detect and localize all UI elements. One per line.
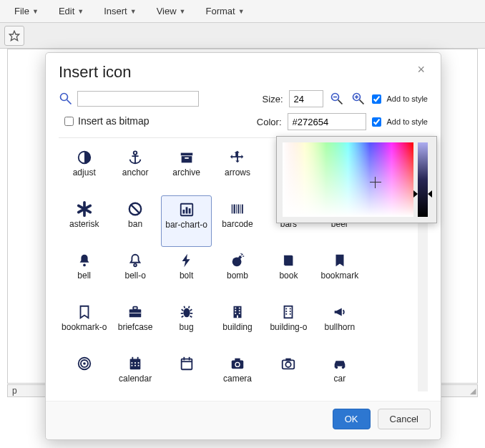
sv-area[interactable] — [283, 142, 413, 217]
book-icon — [280, 251, 296, 270]
archive-icon — [179, 148, 195, 167]
color-label: Color: — [257, 117, 282, 127]
icon-archive[interactable]: archive — [161, 144, 212, 195]
color-picker[interactable] — [276, 136, 437, 223]
size-input[interactable] — [289, 90, 323, 107]
size-add-to-style-label: Add to style — [387, 94, 428, 103]
briefcase-icon — [127, 303, 143, 321]
icon-label: bookmark-o — [62, 323, 107, 332]
svg-rect-50 — [285, 306, 293, 318]
icon-cell[interactable] — [263, 350, 314, 391]
search-input[interactable] — [77, 91, 199, 107]
svg-rect-20 — [182, 210, 185, 214]
ok-button[interactable]: OK — [333, 409, 371, 429]
icon-bar-chart-o[interactable]: bar-chart-o — [161, 195, 212, 247]
svg-point-34 — [83, 264, 86, 267]
hue-bar[interactable] — [418, 142, 428, 217]
icon-label: archive — [172, 168, 200, 177]
svg-rect-26 — [237, 205, 239, 214]
svg-point-82 — [342, 366, 345, 369]
icon-calendar[interactable]: calendar — [109, 350, 160, 391]
svg-line-9 — [359, 100, 363, 104]
insert-as-bitmap-checkbox[interactable] — [64, 117, 74, 126]
icon-arrows[interactable]: arrows — [212, 144, 263, 195]
svg-rect-48 — [239, 313, 240, 314]
svg-rect-54 — [290, 311, 291, 312]
icon-barcode[interactable]: barcode — [212, 195, 263, 247]
icon-building[interactable]: building — [212, 298, 263, 350]
svg-rect-49 — [237, 316, 238, 318]
icon-asterisk[interactable]: asterisk — [59, 195, 109, 247]
icon-bolt[interactable]: bolt — [161, 247, 212, 298]
bomb-icon — [230, 251, 245, 270]
icon-anchor[interactable]: anchor — [109, 144, 160, 195]
car-icon — [332, 354, 348, 373]
zoom-out-icon — [330, 92, 344, 106]
icon-label: bug — [180, 323, 194, 332]
hue-handle-icon — [428, 190, 432, 198]
svg-rect-44 — [239, 308, 240, 309]
icon-briefcase[interactable]: briefcase — [109, 298, 160, 350]
camera-icon — [230, 354, 245, 373]
bookmarko-icon — [77, 303, 92, 321]
icon-bullhorn[interactable]: bullhorn — [314, 298, 365, 350]
svg-rect-66 — [134, 365, 136, 366]
asterisk-icon — [77, 200, 92, 218]
svg-rect-68 — [132, 357, 134, 361]
icon-label: asterisk — [69, 220, 99, 229]
icon-label: building — [222, 323, 252, 332]
icon-building-o[interactable]: building-o — [263, 298, 314, 350]
svg-point-77 — [236, 363, 240, 366]
svg-rect-65 — [132, 365, 133, 366]
icon-bookmark[interactable]: bookmark — [314, 247, 365, 298]
svg-rect-28 — [242, 205, 243, 214]
icon-cell[interactable] — [161, 350, 212, 391]
search-icon — [59, 92, 73, 106]
icon-label: bell — [77, 271, 91, 281]
icon-bomb[interactable]: bomb — [212, 247, 263, 298]
insert-as-bitmap-row[interactable]: Insert as bitmap — [64, 115, 150, 127]
dialog-title: Insert icon — [59, 63, 132, 82]
calendaro-icon — [179, 354, 195, 373]
size-add-to-style-checkbox[interactable] — [372, 94, 381, 104]
icon-bookmark-o[interactable]: bookmark-o — [59, 298, 109, 350]
icon-camera[interactable]: camera — [212, 350, 263, 391]
zoom-in-button[interactable] — [351, 91, 366, 107]
barchart-icon — [179, 200, 195, 219]
icon-label: barcode — [222, 220, 253, 229]
svg-line-5 — [338, 100, 342, 104]
svg-point-1 — [61, 94, 68, 101]
zoom-out-button[interactable] — [329, 91, 345, 107]
icon-label: book — [279, 271, 298, 281]
svg-point-35 — [134, 264, 137, 267]
icon-bell-o[interactable]: bell-o — [109, 247, 160, 298]
svg-rect-55 — [286, 313, 288, 315]
anchor-icon — [127, 148, 143, 167]
svg-rect-22 — [188, 208, 190, 213]
svg-rect-62 — [132, 362, 133, 364]
ban-icon — [127, 200, 143, 218]
icon-car[interactable]: car — [314, 350, 365, 391]
icon-adjust[interactable]: adjust — [59, 144, 109, 195]
svg-rect-47 — [235, 313, 236, 314]
bullhorn-icon — [332, 303, 348, 321]
cancel-button[interactable]: Cancel — [378, 409, 431, 429]
bello-icon — [127, 251, 143, 270]
icon-cell[interactable] — [59, 350, 109, 391]
bookmark-icon — [332, 251, 348, 270]
svg-rect-25 — [236, 205, 237, 214]
icon-ban[interactable]: ban — [109, 195, 160, 247]
dialog-body: Size: Add to style Insert as bitmap — [46, 86, 441, 401]
icon-bug[interactable]: bug — [161, 298, 212, 350]
bullseye-icon — [77, 354, 92, 373]
svg-point-59 — [83, 362, 86, 365]
close-button[interactable]: × — [414, 63, 428, 76]
color-add-to-style-checkbox[interactable] — [372, 117, 381, 127]
icon-bell[interactable]: bell — [59, 247, 109, 298]
icon-label: calendar — [119, 374, 152, 384]
svg-rect-70 — [181, 359, 192, 370]
color-input[interactable] — [288, 113, 366, 130]
svg-rect-63 — [134, 362, 136, 364]
svg-rect-27 — [240, 205, 241, 214]
icon-book[interactable]: book — [263, 247, 314, 298]
